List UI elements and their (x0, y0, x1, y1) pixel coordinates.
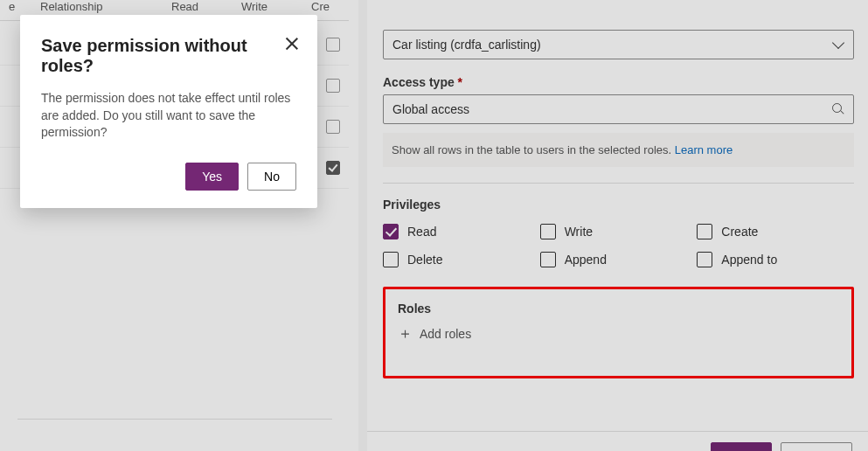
dialog-footer: Yes No (41, 163, 296, 191)
no-button[interactable]: No (247, 163, 296, 191)
yes-button[interactable]: Yes (185, 163, 239, 191)
close-icon[interactable] (284, 36, 300, 52)
dialog-title: Save permission without roles? (41, 36, 296, 76)
dialog-body: The permission does not take effect unti… (41, 90, 296, 142)
confirmation-dialog: Save permission without roles? The permi… (20, 15, 317, 208)
